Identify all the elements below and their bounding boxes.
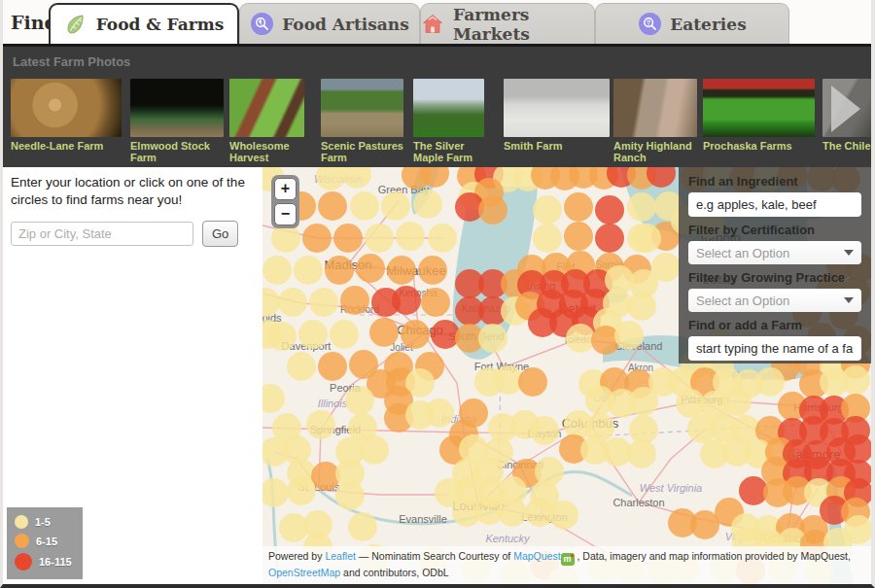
map-circle[interactable]: [428, 224, 457, 253]
map-circle[interactable]: [330, 320, 359, 349]
certification-select[interactable]: Select an Option: [688, 241, 861, 264]
map-circle[interactable]: [841, 365, 870, 395]
map-circle[interactable]: [533, 224, 562, 253]
map-circle[interactable]: [632, 224, 661, 253]
map-circle[interactable]: [627, 192, 656, 222]
map-circle[interactable]: [287, 476, 316, 505]
map-circle[interactable]: [755, 367, 785, 397]
map-circle[interactable]: [421, 288, 450, 317]
farm-photo-needle-lane-farm[interactable]: [11, 79, 122, 137]
tab-eateries[interactable]: Eateries: [595, 3, 789, 44]
map-circle[interactable]: [722, 387, 752, 416]
map-circle[interactable]: [629, 387, 658, 416]
map-circle[interactable]: [518, 367, 547, 397]
legend-item-16-115: 16-115: [15, 553, 72, 571]
zoom-out-button[interactable]: −: [274, 203, 297, 225]
map-circle[interactable]: [350, 191, 379, 221]
find-food-farms-app: Find Food & FarmsFood ArtisansFarmers Ma…: [0, 0, 875, 588]
map-circle[interactable]: [381, 191, 410, 221]
map-circle[interactable]: [401, 320, 430, 349]
latest-farm-photos-section: Latest Farm Photos Needle-Lane FarmElmwo…: [3, 44, 871, 167]
practice-label: Filter by Growing Practice: [688, 270, 861, 285]
map-circle[interactable]: [294, 256, 323, 285]
farm-photo-the-silver-maple-farm[interactable]: [413, 79, 484, 137]
chevron-down-icon: [844, 297, 854, 303]
filter-panel: Find an Ingredient Filter by Certificati…: [679, 167, 871, 363]
farm-photo-label: Prochaska Farms: [703, 140, 815, 152]
map-circle[interactable]: [345, 386, 374, 415]
map-circle[interactable]: [309, 288, 338, 317]
map-circle[interactable]: [298, 320, 328, 349]
legend-item-1-5: 1-5: [15, 515, 72, 529]
map-legend: 1-56-1516-115: [7, 507, 83, 579]
legend-circle: [15, 553, 32, 571]
tab-farmers-markets[interactable]: Farmers Markets: [420, 3, 595, 44]
legend-label: 1-5: [35, 516, 51, 528]
map-circle[interactable]: [614, 321, 644, 350]
map-circle[interactable]: [278, 288, 307, 317]
farm-photo-scenic-pastures-farm[interactable]: [321, 79, 403, 137]
map-circle[interactable]: [306, 410, 335, 439]
farm-photo-smith-farm[interactable]: [504, 79, 610, 137]
map-circle[interactable]: [478, 324, 508, 353]
map-zoom-control: + −: [271, 175, 299, 228]
go-button[interactable]: Go: [202, 221, 238, 247]
map-circle[interactable]: [369, 318, 399, 347]
map-circle[interactable]: [530, 416, 559, 445]
farm-photo-elmwood-stock-farm[interactable]: [130, 79, 224, 137]
farm-photo-label: The Chile: [822, 140, 871, 152]
map-circle[interactable]: [387, 256, 416, 285]
map-circle[interactable]: [418, 256, 447, 285]
map-circle[interactable]: [335, 481, 365, 510]
mapquest-icon: m: [561, 553, 575, 566]
map-circle[interactable]: [348, 512, 377, 541]
zoom-in-button[interactable]: +: [274, 178, 297, 200]
map-circle[interactable]: [627, 292, 656, 321]
photos-header: Latest Farm Photos: [13, 54, 130, 69]
map-circle[interactable]: [325, 256, 354, 285]
map-circle[interactable]: [262, 256, 292, 285]
farm-search-label: Find or add a Farm: [688, 318, 861, 332]
map-circle[interactable]: [549, 501, 578, 530]
leaf-icon: [64, 13, 88, 36]
map-circle[interactable]: [267, 322, 297, 351]
legend-label: 16-115: [39, 556, 72, 568]
map-circle[interactable]: [333, 224, 363, 253]
practice-select[interactable]: Select an Option: [688, 289, 861, 312]
attribution-link-leaflet[interactable]: Leaflet: [325, 550, 356, 562]
map-circle[interactable]: [340, 286, 369, 315]
map-circle[interactable]: [287, 352, 316, 381]
farm-photo-wholesome-harvest[interactable]: [229, 79, 304, 137]
legend-circle: [15, 515, 28, 529]
map-circle[interactable]: [318, 191, 347, 221]
ingredient-input[interactable]: [688, 192, 861, 217]
farm-photo-prochaska-farms[interactable]: [703, 79, 815, 137]
map-circle[interactable]: [318, 352, 347, 381]
map-circle[interactable]: [360, 435, 389, 465]
map-circle[interactable]: [595, 224, 624, 253]
tab-food-farms[interactable]: Food & Farms: [49, 3, 239, 44]
map-circle[interactable]: [425, 398, 454, 428]
map-circle[interactable]: [478, 195, 508, 225]
tab-food-artisans[interactable]: Food Artisans: [239, 3, 420, 44]
farm-search-input[interactable]: [688, 336, 861, 361]
zip-input[interactable]: [11, 222, 193, 246]
map-circle[interactable]: [302, 224, 332, 253]
map-circle[interactable]: [413, 190, 442, 219]
leaflet-map[interactable]: WisconsinGreen BayMadisonMilwaukeeKenosh…: [262, 167, 871, 584]
map-circle[interactable]: [365, 224, 394, 253]
map-circle[interactable]: [396, 222, 425, 251]
map-circle[interactable]: [564, 192, 593, 222]
next-photos-arrow-icon[interactable]: [831, 86, 860, 132]
attribution-link-mapquest[interactable]: MapQuest: [513, 550, 560, 562]
map-circle[interactable]: [564, 222, 593, 251]
map-circle[interactable]: [498, 498, 527, 527]
attribution-link-openstreetmap[interactable]: OpenStreetMap: [268, 567, 340, 578]
house-icon: [421, 13, 444, 36]
map-circle[interactable]: [627, 439, 656, 468]
map-circle[interactable]: [392, 286, 421, 315]
map-circle[interactable]: [595, 195, 624, 225]
map-circle[interactable]: [533, 195, 562, 225]
farm-photo-amity-highland-ranch[interactable]: [613, 79, 697, 137]
map-circle[interactable]: [356, 254, 385, 283]
